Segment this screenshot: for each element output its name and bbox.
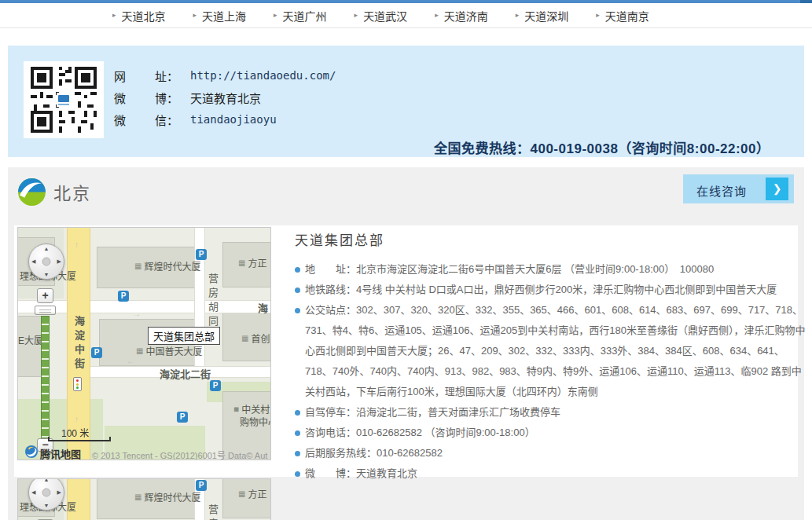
map-copyright: © 2013 Tencent - GS(2012)6001号 Data© Aut [92,449,269,460]
pan-up-button[interactable]: ▲ [44,246,50,251]
weibo-row: 微 博： 天道教育北京 [114,86,336,108]
nav-item-nanjing[interactable]: ▸天道南京 [596,8,649,24]
parking-icon: P [177,412,188,423]
building-label-e-tower: E大厦 [18,333,43,346]
street-label-hai: 海 [258,300,268,315]
website-label-a: 网 [114,68,155,84]
parking-icon: P [196,480,207,491]
online-consult-button[interactable]: 在线咨询 ❯ [683,174,794,203]
detail-weibo: 微 博：天道教育北京 [295,463,807,484]
top-navigation: ▸天道北京 ▸天道上海 ▸天道广州 ▸天道武汉 ▸天道济南 ▸天道深圳 ▸天道南… [0,3,812,28]
pan-center-dot [42,489,51,497]
tencent-map-second[interactable]: 理想国际大厦 ▦辉煌时代大厦 ▦方正 营房胡同 P P ▲ ▼ ◀ ▶ + [17,478,271,520]
nav-label: 天道武汉 [363,8,407,24]
building-icon: ▦ [241,335,248,342]
building-icon: ▦ [238,259,245,267]
tencent-map[interactable]: ↑ ↑ → ← 海淀中街 营房胡同 海淀北二街 海 理想国际大厦 ▦辉煌时代大厦… [17,227,271,460]
traffic-light-icon [73,377,82,391]
pan-center-dot [42,258,51,266]
office-detail-list: 地 址：北京市海淀区海淀北二街6号中国普天大厦6层 （营业时间9:00-18:0… [295,259,807,484]
nav-arrow-icon: ▸ [193,12,197,19]
building-icon: ▦ [134,262,141,270]
website-row: 网 址： http://tiandaoedu.com/ [114,64,336,86]
detail-phone: 咨询电话：010-62682582 （咨询时间9:00-18:00） [295,423,807,443]
building-label-zgc-1: ◾中关村广 [233,402,271,416]
building-label-putian: ▦中国普天大厦 [136,344,202,357]
parking-icon: P [118,291,129,302]
zoom-slider-handle[interactable] [35,306,56,315]
road-arrow-icon: ↑ [75,240,79,249]
wechat-label-a: 微 [114,112,155,128]
qr-code [24,61,104,138]
chevron-right-icon: ❯ [766,178,788,200]
nav-arrow-icon: ▸ [274,12,277,19]
nav-arrow-icon: ▸ [516,12,520,19]
contact-rows: 网 址： http://tiandaoedu.com/ 微 博： 天道教育北京 … [114,64,336,130]
nav-item-shenzhen[interactable]: ▸天道深圳 [516,8,569,24]
page: ▸天道北京 ▸天道上海 ▸天道广州 ▸天道武汉 ▸天道济南 ▸天道深圳 ▸天道南… [0,0,812,520]
office-title: 天道集团总部 [295,229,807,249]
nav-item-beijing[interactable]: ▸天道北京 [112,8,166,24]
weibo-label-a: 微 [114,90,155,106]
website-label-b: 址： [155,68,190,84]
map-canvas[interactable]: ↑ ↑ → ← 海淀中街 营房胡同 海淀北二街 海 理想国际大厦 ▦辉煌时代大厦… [18,228,270,460]
tencent-logo-icon [24,445,39,459]
parking-icon: P [196,249,207,260]
zoom-slider-track[interactable] [41,316,50,438]
wechat-account: tiandaojiaoyu [190,113,277,126]
detail-address: 地 址：北京市海淀区海淀北二街6号中国普天大厦6层 （营业时间9:00-18:0… [295,259,807,280]
nav-item-wuhan[interactable]: ▸天道武汉 [355,8,408,24]
nav-label: 天道济南 [444,8,488,24]
nav-arrow-icon: ▸ [355,12,358,19]
wechat-label-b: 信： [155,112,190,128]
nav-item-guangzhou[interactable]: ▸天道广州 [274,8,327,24]
pan-down-button[interactable]: ▼ [44,272,50,277]
street-label-haidian-middle: 海淀中街 [72,316,86,372]
contact-info-banner: 网 址： http://tiandaoedu.com/ 微 博： 天道教育北京 … [8,46,804,157]
road-arrow-icon: → [133,309,141,318]
map-road-horizontal [18,300,270,313]
beijing-section: 北京 在线咨询 ❯ [8,167,804,520]
tiandao-logo-icon [17,178,46,207]
map-pan-control[interactable]: ▲ ▼ ◀ ▶ [28,244,64,280]
map-place-label: 天道集团总部 [148,327,220,345]
scale-bar [48,437,111,441]
pan-up-button[interactable]: ▲ [44,478,50,482]
detail-parking: 自驾停车：沿海淀北二街，普天对面津乐汇广场收费停车 [295,402,807,423]
zoom-in-button[interactable]: + [37,288,53,303]
street-label-yingfang-alley: 营房胡同 [205,504,220,520]
nav-arrow-icon: ▸ [112,12,116,19]
nav-label: 天道上海 [202,8,246,24]
office-details: 天道集团总部 地 址：北京市海淀区海淀北二街6号中国普天大厦6层 （营业时间9:… [295,229,807,484]
building-label-huihuang: ▦辉煌时代大厦 [134,259,200,273]
weibo-account: 天道教育北京 [190,90,261,106]
pan-down-button[interactable]: ▼ [44,503,50,508]
office-content-box: ↑ ↑ → ← 海淀中街 营房胡同 海淀北二街 海 理想国际大厦 ▦辉煌时代大厦… [14,225,798,477]
nav-item-shanghai[interactable]: ▸天道上海 [193,8,247,24]
pan-left-button[interactable]: ◀ [31,489,35,496]
consult-button-label: 在线咨询 [696,182,747,199]
pan-right-button[interactable]: ▶ [57,258,61,265]
website-url[interactable]: http://tiandaoedu.com/ [190,69,336,82]
building-label-huihuang: ▦辉煌时代大厦 [134,490,200,504]
street-label-yingfang-alley: 营房胡同 [205,273,220,330]
street-label-haidian-north-second: 海淀北二街 [160,366,211,381]
building-label-fangzheng: ▦方正 [238,256,266,269]
building-icon: ▦ [134,493,141,501]
nav-arrow-icon: ▸ [596,12,600,19]
pan-left-button[interactable]: ◀ [31,258,35,265]
nav-label: 天道深圳 [524,8,568,24]
nav-item-jinan[interactable]: ▸天道济南 [435,8,488,24]
wechat-row: 微 信： tiandaojiaoyu [114,108,336,130]
map-brand: 腾讯地图 [40,446,81,460]
pan-right-button[interactable]: ▶ [57,489,61,496]
detail-service-hotline: 后期服务热线：010-62682582 [295,443,807,463]
building-label-shouchuang: ▦首创 [241,331,270,345]
building-label-fangzheng: ▦方正 [238,487,266,500]
building-label-zgc-2: 购物中心 [240,415,271,428]
nav-arrow-icon: ▸ [435,12,439,19]
nav-label: 天道广州 [283,8,327,24]
map-canvas[interactable]: 理想国际大厦 ▦辉煌时代大厦 ▦方正 营房胡同 P P ▲ ▼ ◀ ▶ + [18,478,270,520]
hotline-text: 全国免费热线：400-019-0038（咨询时间8:00-22:00） [434,137,770,157]
road-arrow-icon: ← [127,357,134,365]
